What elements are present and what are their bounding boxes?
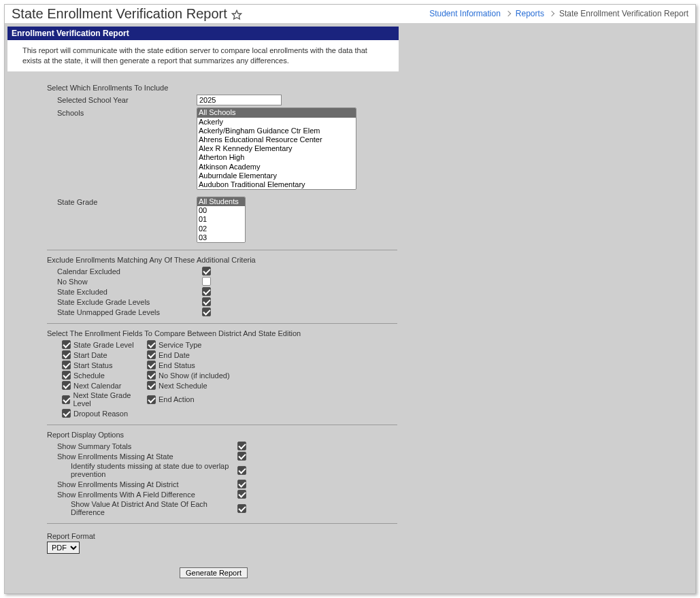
page-title: State Enrollment Verification Report <box>12 6 242 22</box>
display-option-checkbox[interactable] <box>237 466 246 475</box>
exclude-checkbox[interactable] <box>202 297 211 306</box>
school-option[interactable]: Alex R Kennedy Elementary <box>197 144 356 153</box>
compare-label: End Status <box>159 361 195 369</box>
top-bar: State Enrollment Verification Report Stu… <box>5 5 695 24</box>
school-option[interactable]: Ahrens Educational Resource Center <box>197 135 356 144</box>
listbox-state-grade[interactable]: All Students0001020304 <box>197 197 246 243</box>
grade-option[interactable]: 00 <box>197 206 245 215</box>
compare-checkbox[interactable] <box>62 361 71 369</box>
compare-checkbox[interactable] <box>62 395 70 404</box>
exclude-label: State Excluded <box>13 288 202 296</box>
breadcrumb: Student Information Reports State Enroll… <box>429 9 688 18</box>
compare-label: End Action <box>159 395 195 403</box>
grade-option[interactable]: 04 <box>197 242 245 243</box>
listbox-schools[interactable]: All SchoolsAckerlyAckerly/Bingham Guidan… <box>197 107 356 190</box>
compare-checkbox[interactable] <box>147 350 156 359</box>
label-school-year: Selected School Year <box>13 95 197 104</box>
label-report-format: Report Format <box>47 532 393 540</box>
generate-report-button[interactable]: Generate Report <box>180 567 248 578</box>
compare-checkbox[interactable] <box>147 395 156 404</box>
star-icon[interactable] <box>231 8 242 19</box>
select-report-format[interactable]: PDF <box>47 542 80 554</box>
school-option[interactable]: Atherton High <box>197 153 356 162</box>
compare-label: Next Calendar <box>73 382 121 390</box>
display-option-checkbox[interactable] <box>237 442 246 450</box>
compare-label: Next Schedule <box>159 382 207 390</box>
compare-checkbox[interactable] <box>62 350 71 359</box>
display-option-label: Show Enrollments With A Field Difference <box>13 491 237 499</box>
display-option-label: Identify students missing at state due t… <box>13 462 237 478</box>
grade-option[interactable]: 03 <box>197 233 245 242</box>
display-option-label: Show Enrollments Missing At State <box>13 452 237 461</box>
display-option-checkbox[interactable] <box>237 452 246 461</box>
grade-option[interactable]: 01 <box>197 215 245 224</box>
display-option-label: Show Summary Totals <box>13 442 237 450</box>
display-option-checkbox[interactable] <box>237 490 246 499</box>
school-option[interactable]: Ballard High <box>197 189 356 190</box>
compare-label: Service Type <box>159 341 201 349</box>
panel-description: This report will communicate with the st… <box>7 40 399 72</box>
school-option[interactable]: Audubon Traditional Elementary <box>197 180 356 189</box>
exclude-label: No Show <box>13 278 202 286</box>
compare-checkbox[interactable] <box>147 340 156 349</box>
svg-marker-0 <box>232 11 241 20</box>
compare-label: No Show (if included) <box>159 371 230 380</box>
display-option-checkbox[interactable] <box>237 504 246 513</box>
panel-header: Enrollment Verification Report <box>7 27 399 40</box>
exclude-checkbox[interactable] <box>202 287 211 296</box>
school-option[interactable]: Auburndale Elementary <box>197 171 356 180</box>
compare-label: State Grade Level <box>73 341 134 349</box>
section-exclude: Exclude Enrollments Matching Any Of Thes… <box>47 256 393 264</box>
chevron-right-icon <box>549 11 554 16</box>
exclude-label: State Exclude Grade Levels <box>13 298 202 306</box>
grade-option[interactable]: All Students <box>197 197 245 206</box>
input-school-year[interactable] <box>197 95 282 105</box>
compare-label: Next State Grade Level <box>73 391 147 408</box>
school-option[interactable]: Atkinson Academy <box>197 163 356 171</box>
compare-checkbox[interactable] <box>147 371 156 380</box>
breadcrumb-reports[interactable]: Reports <box>516 9 544 18</box>
compare-label: End Date <box>159 351 190 359</box>
display-option-label: Show Value At District And State Of Each… <box>13 500 237 516</box>
report-panel: Enrollment Verification Report This repo… <box>7 27 399 72</box>
page-title-text: State Enrollment Verification Report <box>12 6 227 22</box>
section-compare: Select The Enrollment Fields To Compare … <box>47 329 393 337</box>
compare-checkbox[interactable] <box>62 381 71 390</box>
compare-label: Dropout Reason <box>73 410 128 418</box>
compare-checkbox[interactable] <box>62 371 71 380</box>
grade-option[interactable]: 02 <box>197 225 245 233</box>
label-schools: Schools <box>13 107 197 117</box>
school-option[interactable]: Ackerly <box>197 118 356 127</box>
compare-checkbox[interactable] <box>147 361 156 369</box>
compare-checkbox[interactable] <box>62 409 71 418</box>
section-display: Report Display Options <box>47 431 393 439</box>
compare-checkbox[interactable] <box>62 340 71 349</box>
exclude-checkbox[interactable] <box>202 267 211 276</box>
exclude-label: State Unmapped Grade Levels <box>13 308 202 316</box>
school-option[interactable]: Ackerly/Bingham Guidance Ctr Elem <box>197 127 356 135</box>
label-state-grade: State Grade <box>13 197 197 206</box>
section-include: Select Which Enrollments To Include <box>47 84 393 92</box>
school-option[interactable]: All Schools <box>197 108 356 117</box>
breadcrumb-current: State Enrollment Verification Report <box>559 9 688 18</box>
compare-checkbox[interactable] <box>147 381 156 390</box>
display-option-label: Show Enrollments Missing At District <box>13 480 237 488</box>
compare-label: Schedule <box>73 371 105 380</box>
exclude-checkbox[interactable] <box>202 277 211 286</box>
compare-label: Start Date <box>73 351 107 359</box>
chevron-right-icon <box>505 11 511 16</box>
exclude-label: Calendar Excluded <box>13 267 202 276</box>
exclude-checkbox[interactable] <box>202 308 211 316</box>
breadcrumb-student-info[interactable]: Student Information <box>429 9 501 18</box>
display-option-checkbox[interactable] <box>237 480 246 488</box>
compare-label: Start Status <box>73 361 112 369</box>
